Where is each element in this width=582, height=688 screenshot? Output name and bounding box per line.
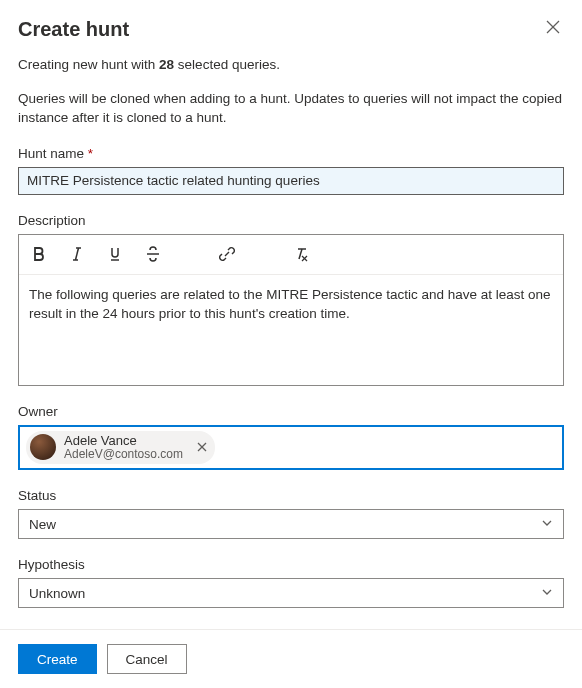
info-clone-text: Queries will be cloned when adding to a … bbox=[18, 89, 564, 128]
close-icon bbox=[546, 20, 560, 34]
info-line1-count: 28 bbox=[159, 57, 174, 72]
create-button[interactable]: Create bbox=[18, 644, 97, 674]
editor-toolbar bbox=[19, 235, 563, 275]
underline-button[interactable] bbox=[105, 244, 125, 264]
close-button[interactable] bbox=[546, 20, 560, 34]
chevron-down-icon bbox=[541, 586, 553, 601]
status-select[interactable]: New bbox=[18, 509, 564, 539]
info-line1-prefix: Creating new hunt with bbox=[18, 57, 159, 72]
description-label: Description bbox=[18, 213, 564, 228]
required-marker: * bbox=[88, 146, 93, 161]
clear-format-button[interactable] bbox=[291, 244, 311, 264]
info-text: Creating new hunt with 28 selected queri… bbox=[18, 55, 564, 75]
clear-format-icon bbox=[293, 246, 309, 262]
owner-label: Owner bbox=[18, 404, 564, 419]
create-hunt-panel: Create hunt Creating new hunt with 28 se… bbox=[0, 0, 582, 608]
hypothesis-select[interactable]: Unknown bbox=[18, 578, 564, 608]
chevron-down-icon bbox=[541, 517, 553, 532]
description-textarea[interactable]: The following queries are related to the… bbox=[19, 275, 563, 385]
close-icon bbox=[197, 442, 207, 452]
underline-icon bbox=[107, 246, 123, 262]
status-value: New bbox=[29, 517, 56, 532]
bold-button[interactable] bbox=[29, 244, 49, 264]
status-label: Status bbox=[18, 488, 564, 503]
owner-name: Adele Vance bbox=[64, 434, 183, 448]
hypothesis-label: Hypothesis bbox=[18, 557, 564, 572]
panel-header: Create hunt bbox=[18, 18, 564, 41]
hunt-name-label: Hunt name * bbox=[18, 146, 564, 161]
owner-email: AdeleV@contoso.com bbox=[64, 448, 183, 461]
page-title: Create hunt bbox=[18, 18, 129, 41]
info-line1-suffix: selected queries. bbox=[174, 57, 280, 72]
owner-picker[interactable]: Adele Vance AdeleV@contoso.com bbox=[18, 425, 564, 470]
bold-icon bbox=[31, 246, 47, 262]
footer: Create Cancel bbox=[0, 629, 582, 688]
owner-chip: Adele Vance AdeleV@contoso.com bbox=[26, 431, 215, 464]
cancel-button[interactable]: Cancel bbox=[107, 644, 187, 674]
svg-line-8 bbox=[299, 249, 302, 259]
description-editor: The following queries are related to the… bbox=[18, 234, 564, 386]
strikethrough-icon bbox=[145, 246, 161, 262]
link-icon bbox=[219, 246, 235, 262]
italic-icon bbox=[69, 246, 85, 262]
remove-owner-button[interactable] bbox=[197, 440, 207, 455]
svg-line-4 bbox=[76, 248, 79, 260]
hunt-name-input[interactable] bbox=[18, 167, 564, 195]
strikethrough-button[interactable] bbox=[143, 244, 163, 264]
avatar bbox=[30, 434, 56, 460]
italic-button[interactable] bbox=[67, 244, 87, 264]
hypothesis-value: Unknown bbox=[29, 586, 85, 601]
link-button[interactable] bbox=[217, 244, 237, 264]
